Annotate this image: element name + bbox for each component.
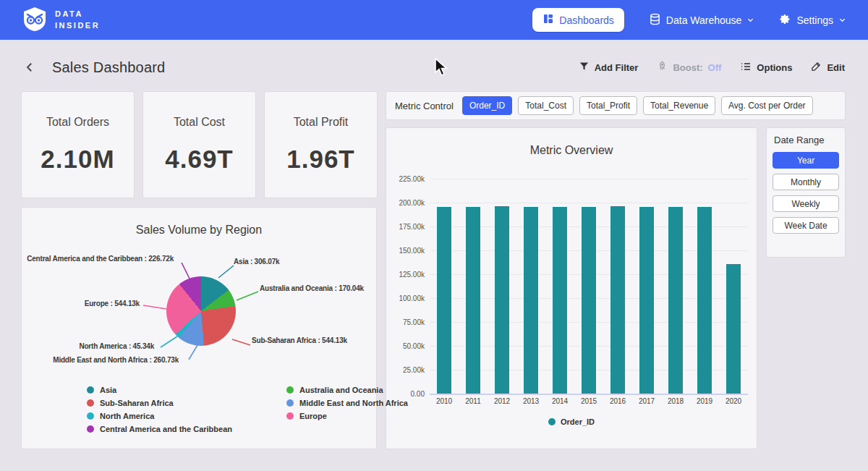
y-axis-tick: 175.00k (399, 223, 425, 231)
bar-chart-plot: 225.00k200.00k175.00k150.00k125.00k100.0… (430, 179, 748, 394)
x-axis-label: 2019 (690, 397, 719, 405)
bar-2019 (697, 207, 712, 394)
y-axis-tick: 50.00k (403, 342, 425, 350)
chevron-down-icon (838, 14, 846, 26)
nav-dashboards-label: Dashboards (559, 14, 614, 26)
metric-button-total-revenue[interactable]: Total_Revenue (643, 96, 715, 115)
x-axis-label: 2020 (719, 397, 748, 405)
kpi-card-total-profit: Total Profit 1.96T (265, 92, 377, 198)
page-title: Sales Dashboard (52, 59, 165, 76)
x-axis-label: 2015 (574, 397, 603, 405)
y-axis-tick: 0.00 (411, 390, 425, 398)
chevron-down-icon (746, 14, 754, 26)
pie-label-north-america: North America : 45.34k (79, 342, 154, 350)
y-axis-tick: 75.00k (403, 318, 425, 326)
y-axis-tick: 200.00k (399, 199, 425, 207)
pie-label-middle-east-north-africa: Middle East and North Africa : 260.73k (53, 356, 179, 364)
nav-settings-label: Settings (796, 14, 833, 26)
sales-volume-chart-card: Sales Volume by Region Asia : 306.07k Au… (22, 208, 376, 449)
boost-toggle[interactable]: Boost: Off (657, 61, 721, 74)
pie-label-europe: Europe : 544.13k (85, 300, 140, 307)
nav-dashboards-button[interactable]: Dashboards (532, 8, 624, 32)
bar-chart-x-axis: 2010201120122013201420152016201720182019… (430, 397, 748, 405)
options-list-icon (740, 61, 752, 75)
metric-overview-chart-card: Metric Overview 225.00k200.00k175.00k150… (386, 128, 757, 449)
date-range-weekly-button[interactable]: Weekly (773, 195, 839, 212)
edit-button[interactable]: Edit (811, 61, 845, 74)
kpi-label: Total Profit (294, 116, 349, 129)
pie-label-sub-saharan-africa: Sub-Saharan Africa : 544.13k (252, 336, 347, 344)
database-icon (649, 13, 661, 27)
metric-button-order-id[interactable]: Order_ID (462, 96, 512, 115)
legend-item: Central America and the Caribbean (87, 425, 232, 433)
pie-label-central-america-caribbean: Central America and the Caribbean : 226.… (27, 255, 174, 263)
kpi-card-total-orders: Total Orders 2.10M (22, 92, 134, 198)
x-axis-label: 2014 (545, 397, 574, 405)
y-axis-tick: 150.00k (399, 247, 425, 255)
add-filter-button[interactable]: Add Filter (579, 61, 639, 74)
y-axis-tick: 125.00k (399, 271, 425, 279)
y-axis-tick: 100.00k (399, 294, 425, 302)
metric-control-bar: Metric Control Order_ID Total_Cost Total… (386, 92, 845, 119)
bar-2020 (726, 264, 741, 394)
kpi-card-total-cost: Total Cost 4.69T (143, 92, 255, 198)
pie-chart-title: Sales Volume by Region (22, 224, 376, 237)
legend-dot-order-id (548, 418, 556, 425)
back-button[interactable] (23, 61, 36, 74)
bar-2013 (524, 207, 538, 394)
kpi-label: Total Cost (174, 116, 225, 129)
kpi-value: 4.69T (165, 145, 234, 174)
brand-logo[interactable]: DATA INSIDER (22, 6, 100, 35)
pie-label-australia-oceania: Australia and Oceania : 170.04k (260, 284, 364, 292)
legend-item: Middle East and North Africa (286, 399, 408, 407)
bar-2015 (582, 207, 596, 394)
x-axis-label: 2016 (603, 397, 632, 405)
bar-chart-legend: Order_ID (386, 417, 757, 426)
bar-2016 (610, 206, 625, 394)
date-range-year-button[interactable]: Year (773, 152, 839, 169)
dashboard-grid-icon (542, 13, 554, 27)
x-axis-label: 2013 (516, 397, 545, 405)
legend-item: Australia and Oceania (286, 386, 408, 394)
app-root: DATA INSIDER Dashboards (0, 0, 868, 471)
options-button[interactable]: Options (740, 61, 792, 75)
legend-item: Sub-Saharan Africa (87, 399, 232, 407)
boost-state: Off (708, 62, 722, 73)
page-header: Sales Dashboard Add Filter Boost: Off (0, 52, 868, 82)
pie-chart (166, 276, 236, 346)
metric-button-total-cost[interactable]: Total_Cost (518, 96, 574, 115)
kpi-value: 1.96T (286, 145, 355, 174)
top-navbar: DATA INSIDER Dashboards (0, 0, 868, 40)
x-axis-label: 2011 (459, 397, 488, 405)
bar-2011 (466, 207, 480, 394)
bar-2017 (639, 207, 654, 394)
owl-logo-icon (22, 6, 48, 35)
pencil-icon (811, 61, 822, 74)
kpi-value: 2.10M (41, 145, 114, 174)
pie-legend: Asia Sub-Saharan Africa North America Ce… (87, 386, 408, 433)
date-range-week-date-button[interactable]: Week Date (773, 217, 839, 234)
rocket-icon (657, 61, 668, 74)
metric-control-label: Metric Control (395, 101, 454, 111)
nav-settings-menu[interactable]: Settings (779, 13, 846, 27)
x-axis-label: 2012 (488, 397, 516, 405)
x-axis-label: 2018 (661, 397, 690, 405)
x-axis-label: 2017 (632, 397, 661, 405)
date-range-label: Date Range (774, 135, 839, 145)
metric-button-total-profit[interactable]: Total_Profit (579, 96, 637, 115)
bar-2012 (495, 206, 509, 394)
y-axis-tick: 25.00k (403, 366, 425, 374)
brand-name: DATA INSIDER (55, 9, 100, 32)
date-range-panel: Date Range Year Monthly Weekly Week Date (767, 128, 845, 257)
metric-button-avg-cost-per-order[interactable]: Avg. Cost per Order (721, 96, 813, 115)
filter-funnel-icon (579, 61, 590, 74)
bar-2010 (437, 207, 451, 394)
legend-item: Europe (286, 412, 408, 420)
legend-item: Asia (87, 386, 232, 394)
legend-item: North America (87, 412, 232, 420)
date-range-monthly-button[interactable]: Monthly (773, 174, 839, 190)
nav-data-warehouse-menu[interactable]: Data Warehouse (649, 13, 755, 27)
gridline (430, 394, 748, 395)
kpi-label: Total Orders (46, 116, 109, 129)
bar-2018 (668, 207, 683, 394)
